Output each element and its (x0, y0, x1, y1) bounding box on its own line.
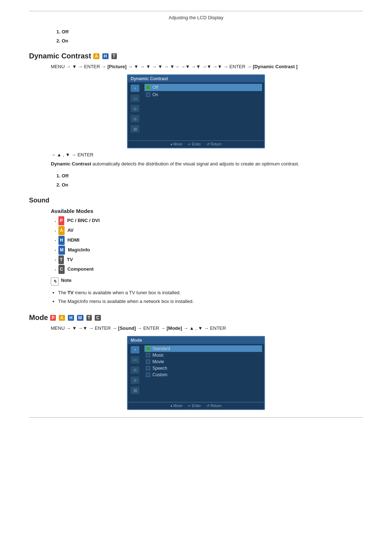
mode-osd-icon-4: ◎ (131, 377, 139, 384)
mode-badge-h: H (68, 315, 74, 321)
badge-h: H (102, 53, 109, 59)
badge-p: P (58, 216, 64, 225)
badge-a-av: A (58, 226, 65, 235)
note-bullet-1: The TV menu is available when a TV tuner… (58, 289, 363, 296)
mode-check-standard (146, 346, 150, 351)
mode-osd-icon-2: ▭ (131, 356, 139, 364)
mode-badge-t: T (86, 315, 92, 321)
osd-icon-1: ✦ (131, 85, 139, 92)
list-item-2: On (62, 37, 363, 46)
mode-osd-icon-3: ◎ (131, 366, 139, 374)
mode-osd-body: ✦ ▭ ◎ ◎ ▤ Standard Music (128, 344, 264, 402)
dc-option-2: On (62, 181, 363, 190)
mode-osd-icon-5: ▤ (131, 387, 139, 394)
osd-footer-return: ↺ Return (207, 142, 221, 146)
badge-h-hdmi: H (58, 236, 65, 245)
page-header: Adjusting the LCD Display (29, 15, 363, 20)
mode-row-movie[interactable]: Movie (144, 358, 262, 365)
mode-osd-content: Standard Music Movie Speech (142, 344, 264, 402)
list-item-1: Off (62, 28, 363, 37)
mode-row-music[interactable]: Music (144, 352, 262, 358)
sound-title: Sound (29, 197, 363, 204)
mode-menu-path: MENU → ▼ →▼ → ENTER → [Sound] → ENTER → … (51, 325, 363, 332)
dynamic-contrast-menu-path: MENU → ▼ → ENTER → [Picture] → ▼ → ▼ → ▼… (51, 63, 363, 71)
mode-badge-m: M (77, 315, 83, 321)
note-label: Note (61, 278, 72, 283)
dynamic-contrast-description: Dynamic Contrast automatically detects t… (51, 160, 363, 168)
mode-badge-p: P (50, 315, 56, 321)
dc-option-1: Off (62, 172, 363, 181)
mode-component: · C Component (54, 265, 363, 274)
osd-content: Off On (142, 82, 264, 140)
osd-row-on[interactable]: On (144, 91, 262, 98)
mode-av: · A AV (54, 226, 363, 235)
mode-hdmi: · H HDMI (54, 236, 363, 245)
bottom-border (29, 417, 363, 418)
osd-check-off (146, 85, 150, 90)
badge-c-comp: C (58, 265, 65, 274)
dynamic-contrast-title: Dynamic Contrast A H T (29, 52, 363, 60)
badge-a: A (93, 53, 99, 59)
badge-t: T (111, 53, 117, 59)
osd-footer-1: ♦ Move ↵ Enter ↺ Return (128, 140, 264, 148)
osd-sidebar: ✦ ▭ ◎ ◎ ▤ (128, 82, 142, 140)
osd-footer-enter: ↵ Enter (188, 142, 201, 146)
mode-osd-icon-1: ✦ (131, 346, 139, 353)
osd-check-on (146, 93, 150, 97)
mode-pc: · P PC / BNC / DVI (54, 216, 363, 225)
mode-check-custom (146, 373, 150, 377)
mode-osd-sidebar: ✦ ▭ ◎ ◎ ▤ (128, 344, 142, 402)
note-icon: ✎ (51, 278, 59, 286)
badge-t-tv: T (58, 255, 64, 264)
mode-row-speech[interactable]: Speech (144, 365, 262, 372)
dynamic-contrast-osd-container: Dynamic Contrast ✦ ▭ ◎ ◎ ▤ Off (29, 74, 363, 148)
osd-icon-4: ◎ (131, 115, 139, 122)
note-box: ✎ Note (51, 278, 363, 286)
mode-check-movie (146, 360, 150, 364)
mode-section-title: Mode P A H M T C (29, 313, 363, 322)
mode-tv: · T TV (54, 255, 363, 264)
dynamic-contrast-osd: Dynamic Contrast ✦ ▭ ◎ ◎ ▤ Off (127, 74, 265, 148)
mode-check-speech (146, 366, 150, 370)
mode-row-standard[interactable]: Standard (144, 345, 262, 352)
osd-footer-move: ♦ Move (171, 142, 183, 146)
mode-footer-move: ♦ Move (171, 404, 183, 408)
note-bullets: The TV menu is available when a TV tuner… (51, 289, 363, 305)
mode-osd-container: Mode ✦ ▭ ◎ ◎ ▤ Standard Mu (29, 336, 363, 410)
arrow-instruction-1: → ▲ , ▼ → ENTER (51, 152, 363, 157)
available-modes-list: · P PC / BNC / DVI · A AV · H HDMI · M M… (54, 216, 363, 274)
badge-m-magic: M (58, 246, 65, 255)
initial-list: Off On (62, 28, 363, 45)
mode-magicinfo: · M MagicInfo (54, 246, 363, 255)
osd-icon-2: ▭ (131, 95, 139, 102)
mode-badge-c: C (95, 315, 101, 321)
mode-check-music (146, 353, 150, 357)
note-bullet-2: The MagicInfo menu is available when a n… (58, 298, 363, 305)
osd-title-dynamic-contrast: Dynamic Contrast (128, 75, 264, 82)
osd-title-mode: Mode (128, 337, 264, 344)
top-border (29, 11, 363, 11)
page-container: Adjusting the LCD Display Off On Dynamic… (0, 0, 392, 554)
osd-icon-5: ▤ (131, 125, 139, 132)
mode-osd: Mode ✦ ▭ ◎ ◎ ▤ Standard Mu (127, 336, 265, 410)
dynamic-contrast-options: Off On (62, 172, 363, 189)
mode-row-custom[interactable]: Custom (144, 372, 262, 378)
mode-footer-return: ↺ Return (207, 404, 221, 408)
mode-osd-footer: ♦ Move ↵ Enter ↺ Return (128, 402, 264, 409)
osd-body: ✦ ▭ ◎ ◎ ▤ Off On (128, 82, 264, 140)
osd-icon-3: ◎ (131, 105, 139, 112)
available-modes-title: Available Modes (51, 208, 363, 214)
mode-badge-a: A (59, 315, 65, 321)
osd-row-off[interactable]: Off (144, 84, 262, 91)
mode-footer-enter: ↵ Enter (188, 404, 201, 408)
